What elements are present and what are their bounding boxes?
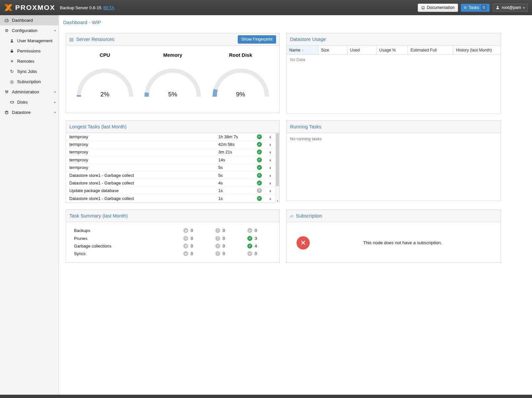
task-name: Update package database: [69, 188, 218, 193]
sidebar-item-dashboard[interactable]: Dashboard: [0, 15, 58, 25]
dashboard-icon: [4, 18, 9, 23]
open-task-chevron-icon[interactable]: ›: [265, 196, 275, 201]
resource-gauges: CPU 2% Memory: [66, 46, 279, 106]
column-header-usage-pct[interactable]: Usage %: [376, 46, 408, 54]
open-task-chevron-icon[interactable]: ›: [265, 181, 275, 185]
sidebar-item-datastore[interactable]: Datastore ▾: [0, 107, 58, 117]
scrollbar-thumb[interactable]: [276, 133, 279, 186]
open-task-chevron-icon[interactable]: ›: [265, 142, 275, 147]
beta-link[interactable]: BETA: [103, 5, 114, 10]
ok-count: 0: [255, 228, 257, 233]
show-fingerprint-button[interactable]: Show Fingerprint: [238, 35, 276, 44]
summary-row-garbage-collections: Garbage collections 0 0 4: [74, 242, 279, 250]
lock-icon: [9, 49, 15, 53]
user-icon: [496, 6, 500, 10]
task-duration: 1h 38m 7s: [218, 134, 253, 139]
running-tasks-empty-text: No running tasks: [287, 133, 501, 201]
chevron-down-icon: ▾: [523, 6, 525, 10]
task-name: Datastore store1 - Garbage collect: [69, 196, 218, 201]
task-row[interactable]: termproxy 3m 21s ›: [66, 149, 275, 156]
task-row[interactable]: termproxy 14s ›: [66, 156, 275, 164]
sidebar-item-administration[interactable]: ⚒ Administration ▾: [0, 87, 58, 97]
column-header-estimated-full[interactable]: Estimated Full: [408, 46, 453, 54]
person-icon: [9, 39, 15, 43]
task-row[interactable]: termproxy 1h 38m 7s ›: [66, 133, 275, 141]
column-header-name[interactable]: Name ↑: [287, 46, 318, 54]
task-name: Datastore store1 - Garbage collect: [69, 173, 218, 178]
tasks-button[interactable]: ≡ Tasks 0: [461, 4, 490, 12]
user-menu-button[interactable]: root@pam ▾: [492, 4, 528, 12]
sidebar-item-user-management[interactable]: User Management: [0, 36, 58, 46]
sidebar-item-label: Administration: [12, 89, 39, 94]
warning-count: 0: [223, 236, 225, 241]
error-count-icon: [183, 244, 188, 249]
server-resources-title: Server Resources: [76, 37, 114, 42]
wrench-icon: ⚒: [4, 89, 9, 94]
ok-count: 3: [255, 236, 257, 241]
open-task-chevron-icon[interactable]: ›: [265, 188, 275, 193]
tasks-label: Tasks: [469, 5, 479, 10]
topbar: PROXMOX Backup Server 0.8-15 BETA Docume…: [0, 0, 532, 15]
open-task-chevron-icon[interactable]: ›: [265, 165, 275, 170]
ok-count-icon: [247, 244, 252, 249]
summary-row-prunes: Prunes 0 0 3: [74, 234, 279, 242]
server-resources-panel: ▤ Server Resources Show Fingerprint CPU …: [66, 33, 280, 113]
longest-tasks-title: Longest Tasks (last Month): [69, 124, 126, 129]
column-header-size[interactable]: Size: [318, 46, 347, 54]
scrollbar-down-arrow-icon[interactable]: ▼: [275, 200, 279, 203]
task-row[interactable]: Datastore store1 - Garbage collect 1s ›: [66, 195, 275, 202]
task-row[interactable]: Datastore store1 - Garbage collect 4s ›: [66, 179, 275, 187]
open-task-chevron-icon[interactable]: ›: [265, 134, 275, 139]
refresh-icon: ↻: [9, 69, 15, 74]
life-ring-icon: ◎: [9, 79, 15, 84]
chevron-right-icon: ▸: [54, 100, 56, 104]
task-status-icon: [257, 142, 262, 147]
sidebar-item-permissions[interactable]: Permissions: [0, 46, 58, 56]
ok-count-icon: [247, 228, 252, 233]
open-task-chevron-icon[interactable]: ›: [265, 149, 275, 154]
error-count: 0: [191, 228, 193, 233]
column-header-history[interactable]: History (last Month): [453, 46, 501, 54]
task-status-icon: [257, 196, 262, 201]
task-duration: 1s: [218, 196, 253, 201]
scrollbar[interactable]: ▼: [275, 133, 279, 203]
task-status-icon: [257, 188, 262, 193]
warning-count-icon: [215, 228, 220, 233]
column-header-used[interactable]: Used: [347, 46, 376, 54]
sidebar-item-sync-jobs[interactable]: ↻ Sync Jobs: [0, 66, 58, 77]
user-label: root@pam: [502, 5, 521, 10]
sidebar-item-disks[interactable]: Disks ▸: [0, 97, 58, 107]
longest-tasks-panel: Longest Tasks (last Month) termproxy 1h …: [66, 120, 280, 203]
task-status-icon: [257, 134, 262, 139]
error-count: 0: [191, 251, 193, 256]
task-row[interactable]: termproxy 42m 58s ›: [66, 141, 275, 148]
memory-gauge: Memory 5%: [141, 52, 204, 98]
sidebar-item-label: Disks: [17, 100, 28, 105]
memory-gauge-label: Memory: [141, 52, 204, 58]
chevron-down-icon: ▾: [54, 90, 56, 94]
sidebar-item-label: Datastore: [12, 110, 30, 115]
open-task-chevron-icon[interactable]: ›: [265, 173, 275, 178]
ok-count-icon: [247, 236, 252, 241]
warning-count: 0: [223, 251, 225, 256]
error-count: 0: [191, 244, 193, 249]
task-name: termproxy: [69, 157, 218, 162]
task-name: Datastore store1 - Garbage collect: [69, 181, 218, 185]
sidebar-item-label: Configuration: [12, 28, 37, 33]
task-duration: 14s: [218, 157, 253, 162]
task-summary-panel: Task Summary (last Month) Backups 0 0 0 …: [66, 210, 280, 263]
gears-icon: ⚙: [4, 28, 9, 33]
documentation-button[interactable]: Documentation: [418, 4, 458, 12]
documentation-label: Documentation: [427, 5, 455, 10]
sidebar-item-subscription[interactable]: ◎ Subscription: [0, 77, 58, 87]
open-task-chevron-icon[interactable]: ›: [265, 157, 275, 162]
sidebar-item-remotes[interactable]: ≡ Remotes: [0, 56, 58, 66]
task-row[interactable]: termproxy 5s ›: [66, 164, 275, 172]
warning-count: 0: [223, 244, 225, 249]
task-row[interactable]: Update package database 1s ›: [66, 187, 275, 195]
summary-label: Syncs: [74, 251, 183, 256]
sidebar-item-configuration[interactable]: ⚙ Configuration ▾: [0, 25, 58, 36]
root-disk-gauge-label: Root Disk: [209, 52, 272, 58]
task-row[interactable]: Datastore store1 - Garbage collect 5s ›: [66, 172, 275, 179]
error-count-icon: [183, 228, 188, 233]
